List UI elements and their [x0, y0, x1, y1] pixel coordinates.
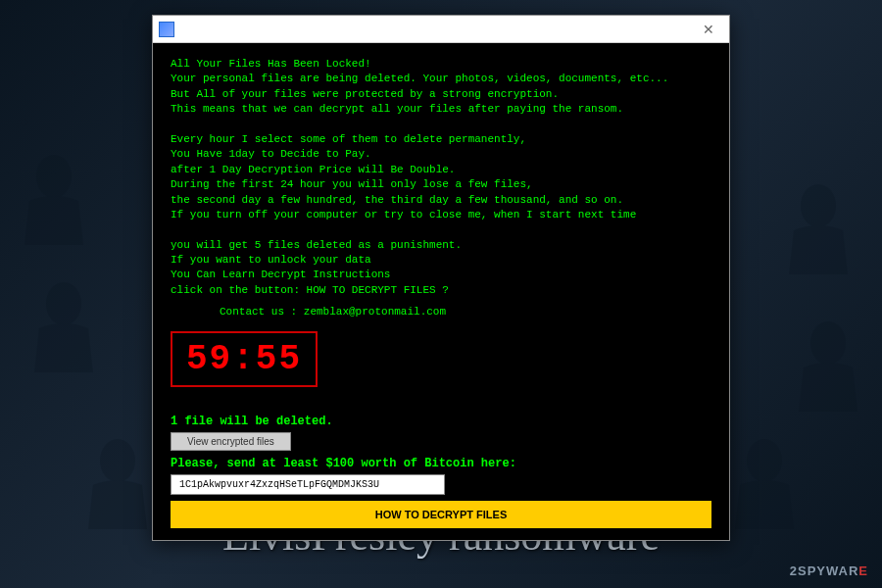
view-encrypted-files-button[interactable]: View encrypted files [171, 432, 291, 451]
contact-info: Contact us : zemblax@protonmail.com [220, 306, 711, 318]
ransomware-window: ✕ All Your Files Has Been Locked! Your p… [152, 15, 730, 541]
window-content: All Your Files Has Been Locked! Your per… [153, 43, 729, 540]
watermark-text: 2SPYWAR [790, 564, 859, 578]
ransom-message: All Your Files Has Been Locked! Your per… [171, 57, 711, 298]
svg-point-5 [100, 439, 135, 482]
svg-point-0 [36, 155, 72, 198]
svg-point-2 [801, 184, 836, 227]
countdown-timer: 59:55 [186, 339, 302, 379]
how-to-decrypt-button[interactable]: HOW TO DECRYPT FILES [171, 501, 711, 528]
close-icon: ✕ [703, 22, 714, 37]
countdown-timer-box: 59:55 [171, 331, 318, 387]
watermark-accent: E [858, 564, 868, 578]
window-icon [159, 22, 174, 37]
payment-instruction: Please, send at least $100 worth of Bitc… [171, 457, 711, 470]
bitcoin-address-field[interactable] [171, 474, 445, 495]
deletion-warning: 1 file will be deleted. [171, 415, 711, 428]
close-button[interactable]: ✕ [694, 20, 723, 39]
titlebar[interactable]: ✕ [153, 16, 729, 43]
svg-point-1 [46, 282, 81, 325]
svg-point-4 [747, 439, 782, 482]
watermark: 2SPYWARE [790, 564, 868, 578]
svg-point-3 [810, 321, 846, 365]
